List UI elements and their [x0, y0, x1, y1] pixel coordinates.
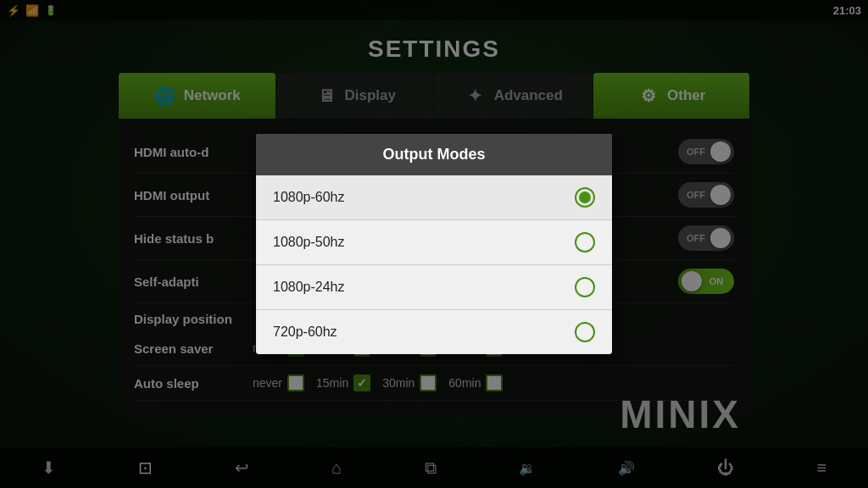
modal-overlay: Output Modes 1080p-60hz 1080p-50hz 1080p…: [0, 0, 868, 488]
option-720p60-label: 720p-60hz: [273, 324, 337, 340]
option-1080p50[interactable]: 1080p-50hz: [256, 220, 612, 265]
option-1080p24-label: 1080p-24hz: [273, 280, 345, 295]
modal-title: Output Modes: [256, 134, 612, 175]
radio-1080p60: [575, 187, 595, 208]
radio-1080p24: [575, 277, 595, 297]
output-modes-modal: Output Modes 1080p-60hz 1080p-50hz 1080p…: [256, 134, 612, 354]
option-1080p24[interactable]: 1080p-24hz: [256, 265, 612, 310]
option-1080p50-label: 1080p-50hz: [273, 235, 345, 250]
radio-720p60: [575, 322, 595, 342]
option-720p60[interactable]: 720p-60hz: [256, 310, 612, 354]
option-1080p60[interactable]: 1080p-60hz: [256, 175, 612, 220]
radio-1080p50: [575, 232, 595, 252]
option-1080p60-label: 1080p-60hz: [273, 190, 345, 205]
